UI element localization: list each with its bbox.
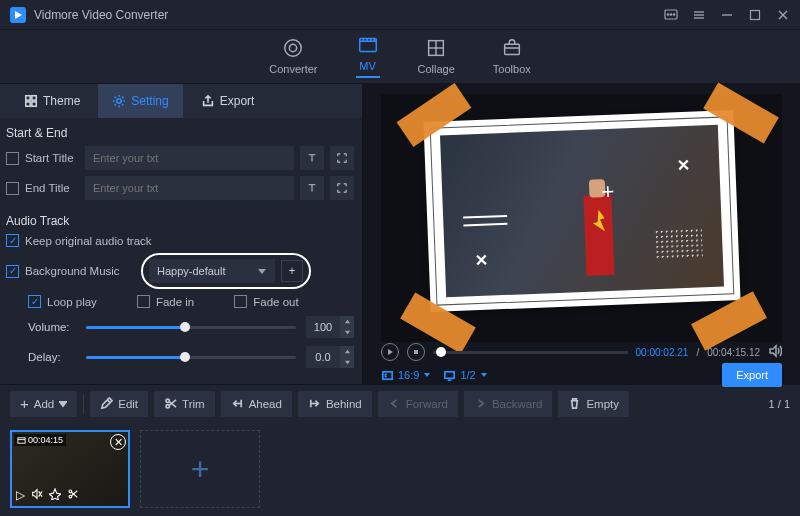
converter-icon [281, 36, 305, 60]
scissors-icon [164, 397, 177, 410]
add-clip-slot[interactable]: + [140, 430, 260, 508]
stop-button[interactable] [407, 343, 425, 361]
start-title-input[interactable] [85, 146, 294, 170]
fade-in-checkbox[interactable] [137, 295, 150, 308]
end-title-input[interactable] [85, 176, 294, 200]
bg-music-dropdown[interactable]: Happy-default [149, 259, 275, 283]
clip-thumbnail[interactable]: 00:04:15 ✕ ▷ [10, 430, 130, 508]
volume-down[interactable] [340, 327, 354, 338]
bg-music-label: Background Music [25, 265, 135, 277]
svg-point-4 [673, 13, 674, 14]
behind-button[interactable]: Behind [298, 391, 372, 417]
end-title-text-style-button[interactable] [300, 176, 324, 200]
volume-value: 100 [306, 321, 340, 333]
backward-button[interactable]: Backward [464, 391, 553, 417]
subtab-export[interactable]: Export [187, 84, 269, 118]
bg-music-checkbox[interactable] [6, 265, 19, 278]
player-controls: 00:00:02.21/00:04:15.12 [381, 342, 782, 362]
svg-marker-24 [344, 320, 349, 324]
fade-in-label: Fade in [156, 296, 194, 308]
svg-rect-9 [751, 10, 760, 19]
forward-label: Forward [406, 398, 448, 410]
progress-bar[interactable] [433, 351, 628, 354]
nav-mv[interactable]: MV [356, 33, 380, 80]
play-button[interactable] [381, 343, 399, 361]
start-title-expand-button[interactable] [330, 146, 354, 170]
loop-play-checkbox[interactable] [28, 295, 41, 308]
fade-out-checkbox[interactable] [234, 295, 247, 308]
bg-music-highlight: Happy-default + [141, 253, 311, 289]
pager: 1 / 1 [769, 398, 790, 410]
clip-mute-icon[interactable] [31, 488, 43, 503]
close-button[interactable] [776, 8, 790, 22]
start-title-checkbox[interactable] [6, 152, 19, 165]
maximize-button[interactable] [748, 8, 762, 22]
clip-trim-icon[interactable] [67, 488, 79, 503]
forward-button[interactable]: Forward [378, 391, 458, 417]
subtab-theme[interactable]: Theme [10, 84, 94, 118]
clip-duration: 00:04:15 [28, 435, 63, 445]
add-label: Add [34, 398, 54, 410]
add-button[interactable]: +Add [10, 391, 77, 417]
menu-icon[interactable] [692, 8, 706, 22]
chevron-down-icon [59, 400, 67, 408]
svg-rect-18 [26, 96, 30, 100]
keep-original-checkbox[interactable] [6, 234, 19, 247]
empty-button[interactable]: Empty [558, 391, 629, 417]
behind-icon [308, 397, 321, 410]
delay-up[interactable] [340, 346, 354, 357]
end-title-expand-button[interactable] [330, 176, 354, 200]
volume-value-box[interactable]: 100 [306, 316, 354, 338]
remove-clip-button[interactable]: ✕ [110, 434, 126, 450]
feedback-icon[interactable] [664, 8, 678, 22]
title-bar: Vidmore Video Converter [0, 0, 800, 30]
chevron-down-icon [480, 371, 488, 379]
minimize-button[interactable] [720, 8, 734, 22]
svg-rect-17 [504, 44, 519, 54]
edit-button[interactable]: Edit [90, 391, 148, 417]
nav-collage[interactable]: Collage [418, 36, 455, 77]
preview-area[interactable]: ✕✕ + [381, 94, 782, 342]
delay-value: 0.0 [306, 351, 340, 363]
svg-rect-21 [32, 102, 36, 106]
svg-point-42 [69, 490, 72, 493]
aspect-ratio-dropdown[interactable]: 16:9 [381, 369, 431, 382]
svg-point-36 [166, 399, 169, 402]
export-button[interactable]: Export [722, 363, 782, 387]
trim-label: Trim [182, 398, 205, 410]
svg-marker-34 [481, 373, 487, 377]
volume-slider[interactable] [86, 320, 296, 334]
delay-down[interactable] [340, 357, 354, 368]
trim-button[interactable]: Trim [154, 391, 215, 417]
nav-toolbox[interactable]: Toolbox [493, 36, 531, 77]
svg-marker-25 [344, 331, 349, 335]
nav-converter-label: Converter [269, 63, 317, 75]
add-bg-music-button[interactable]: + [281, 260, 303, 282]
delay-value-box[interactable]: 0.0 [306, 346, 354, 368]
chevron-down-icon [257, 266, 267, 276]
time-current: 00:00:02.21 [636, 347, 689, 358]
export-button-label: Export [736, 369, 768, 381]
preview-frame: ✕✕ + [423, 110, 740, 312]
keep-original-label: Keep original audio track [25, 235, 152, 247]
end-title-checkbox[interactable] [6, 182, 19, 195]
volume-icon[interactable] [768, 344, 782, 361]
forward-icon [388, 397, 401, 410]
clip-play-icon[interactable]: ▷ [16, 488, 25, 503]
screen-count-dropdown[interactable]: 1/2 [443, 369, 487, 382]
clip-edit-icon[interactable] [49, 488, 61, 503]
volume-up[interactable] [340, 316, 354, 327]
ahead-button[interactable]: Ahead [221, 391, 292, 417]
delay-slider[interactable] [86, 350, 296, 364]
start-title-text-style-button[interactable] [300, 146, 324, 170]
svg-rect-20 [26, 102, 30, 106]
volume-label: Volume: [28, 321, 76, 333]
time-total: 00:04:15.12 [707, 347, 760, 358]
display-options: 16:9 1/2 Export [381, 362, 782, 388]
subtab-setting[interactable]: Setting [98, 84, 182, 118]
nav-converter[interactable]: Converter [269, 36, 317, 77]
svg-rect-29 [414, 350, 418, 354]
export-icon [201, 94, 215, 108]
theme-icon [24, 94, 38, 108]
aspect-icon [381, 369, 394, 382]
